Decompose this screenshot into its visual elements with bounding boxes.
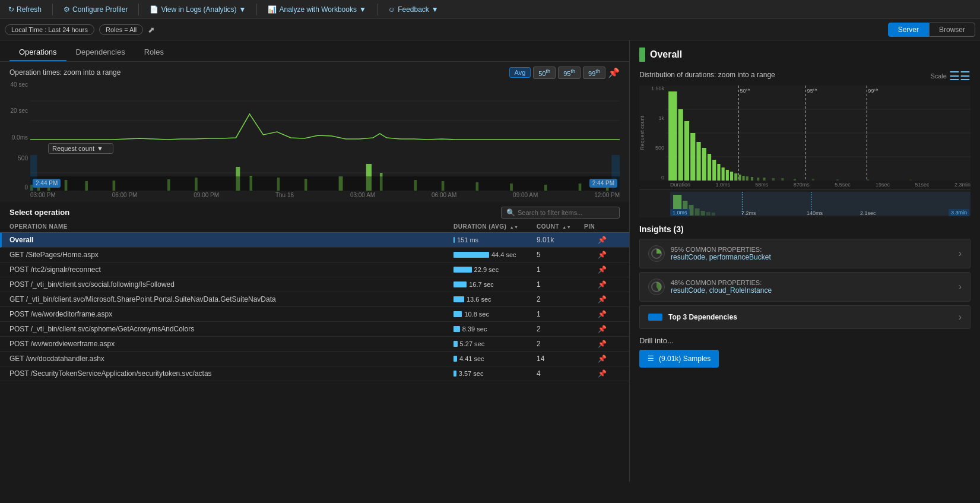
- roles-filter-pill[interactable]: Roles = All: [99, 24, 143, 35]
- row-pin[interactable]: 📌: [584, 295, 620, 303]
- duration-text: 3.57 sec: [459, 370, 484, 377]
- dist-header-row: Distribution of durations: zoom into a r…: [639, 69, 971, 83]
- y-label-40sec: 40 sec: [9, 81, 28, 88]
- brush-bar[interactable]: 2:44 PM 2:44 PM: [30, 176, 620, 191]
- row-pin[interactable]: 📌: [584, 265, 620, 274]
- duration-bar: [453, 296, 464, 302]
- duration-text: 16.7 sec: [469, 281, 494, 288]
- table-row[interactable]: POST /_vti_bin/client.svc/sphome/GetAcro…: [0, 322, 629, 337]
- row-pin[interactable]: 📌: [584, 369, 620, 378]
- table-row[interactable]: POST /we/wordeditorframe.aspx 10.8 sec 1…: [0, 307, 629, 322]
- table-row[interactable]: POST /rtc2/signalr/reconnect 22.9 sec 1 …: [0, 262, 629, 277]
- avg-btn[interactable]: Avg: [509, 67, 531, 78]
- row-operation-name: POST /_vti_bin/client.svc/social.followi…: [9, 280, 453, 289]
- svg-rect-0: [30, 81, 620, 141]
- dep-card[interactable]: Top 3 Dependencies ›: [639, 305, 971, 329]
- time-filter-pill[interactable]: Local Time : Last 24 hours: [5, 24, 94, 35]
- table-row[interactable]: GET /SitePages/Home.aspx 44.4 sec 5 📌: [0, 248, 629, 262]
- insight-pct-0: 95% COMMON PROPERTIES:: [671, 246, 953, 253]
- feedback-button[interactable]: ☺ Feedback ▼: [385, 4, 442, 15]
- table-row[interactable]: Overall 151 ms 9.01k 📌: [0, 233, 629, 248]
- row-pin[interactable]: 📌: [584, 325, 620, 333]
- dist-y-axis-wrapper: Request count 1.50k 1k 500 0: [639, 86, 665, 181]
- dist-y-500: 500: [646, 145, 664, 151]
- dist-brush[interactable]: 1.0ms 7.2ms 140ms 2.1sec 3.3min: [639, 189, 971, 217]
- tab-dependencies[interactable]: Dependencies: [66, 44, 135, 61]
- p95-btn[interactable]: 95th: [558, 67, 581, 79]
- row-pin[interactable]: 📌: [584, 251, 620, 259]
- duration-text: 5.27 sec: [460, 340, 485, 347]
- row-operation-name: POST /wv/wordviewerframe.aspx: [9, 340, 453, 348]
- row-pin[interactable]: 📌: [584, 340, 620, 348]
- svg-rect-41: [684, 121, 689, 181]
- dist-x-label-5: 19sec: [876, 182, 890, 188]
- search-box[interactable]: 🔍: [501, 207, 620, 219]
- svg-rect-45: [708, 154, 711, 181]
- configure-profiler-button[interactable]: ⚙ Configure Profiler: [60, 4, 131, 15]
- col-pin-header: PIN: [584, 223, 620, 230]
- overall-indicator: [639, 48, 645, 62]
- row-count: 1: [537, 280, 584, 289]
- tab-roles[interactable]: Roles: [135, 44, 173, 61]
- drill-btn-icon: ☰: [648, 355, 654, 363]
- insight-text-0: 95% COMMON PROPERTIES: resultCode, perfo…: [671, 246, 953, 261]
- table-row[interactable]: GET /_vti_bin/client.svc/Microsoft.Share…: [0, 292, 629, 307]
- table-row[interactable]: POST /wv/wordviewerframe.aspx 5.27 sec 2…: [0, 337, 629, 352]
- chevron-down-icon: ▼: [239, 5, 246, 14]
- row-pin[interactable]: 📌: [584, 310, 620, 318]
- main-chart-area[interactable]: [30, 81, 620, 141]
- table-body: Overall 151 ms 9.01k 📌 GET /SitePages/Ho…: [0, 233, 629, 482]
- svg-rect-64: [909, 179, 912, 181]
- search-icon: 🔍: [506, 208, 515, 217]
- tab-operations[interactable]: Operations: [9, 44, 66, 61]
- dist-x-label-1: 1.0ms: [715, 182, 730, 188]
- separator-2: [138, 4, 139, 15]
- chevron-down-icon-2: ▼: [359, 5, 366, 14]
- table-row[interactable]: POST /SecurityTokenServiceApplication/se…: [0, 366, 629, 381]
- duration-bar: [453, 371, 456, 377]
- row-pin[interactable]: 📌: [584, 236, 620, 244]
- row-pin[interactable]: 📌: [584, 355, 620, 363]
- sort-icon[interactable]: ▲▼: [510, 225, 519, 229]
- refresh-button[interactable]: ↻ Refresh: [5, 4, 45, 15]
- row-count: 2: [537, 295, 584, 303]
- row-count: 2: [537, 325, 584, 333]
- insight-card-0[interactable]: 95% COMMON PROPERTIES: resultCode, perfo…: [639, 239, 971, 268]
- pin-icon[interactable]: 📌: [608, 67, 620, 78]
- svg-rect-52: [738, 175, 741, 181]
- request-count-chart[interactable]: 2:44 PM 2:44 PM: [30, 155, 620, 191]
- svg-rect-62: [836, 179, 839, 181]
- insight-arrow-1: ›: [959, 281, 962, 292]
- table-row[interactable]: GET /wv/docdatahandler.ashx 4.41 sec 14 …: [0, 352, 629, 366]
- sort-count-icon[interactable]: ▲▼: [562, 225, 571, 229]
- request-count-dropdown[interactable]: Request count ▼: [48, 143, 113, 154]
- ops-header-row: Select operation 🔍: [0, 202, 629, 221]
- drill-samples-button[interactable]: ☰ (9.01k) Samples: [639, 350, 719, 368]
- analyze-workbooks-button[interactable]: 📊 Analyze with Workbooks ▼: [264, 4, 369, 15]
- row-duration-cell: 10.8 sec: [453, 311, 537, 318]
- col-count-header: COUNT ▲▼: [537, 223, 584, 230]
- gear-icon: ⚙: [64, 5, 70, 14]
- browser-tab[interactable]: Browser: [929, 23, 975, 37]
- filter-icon[interactable]: ⬈: [148, 25, 155, 34]
- duration-text: 4.41 sec: [459, 355, 484, 362]
- scale-toggle[interactable]: Scale ☰☰: [930, 69, 971, 83]
- drill-btn-label: (9.01k) Samples: [659, 355, 711, 363]
- dist-x-label-0: Duration: [670, 182, 690, 188]
- row-pin[interactable]: 📌: [584, 280, 620, 289]
- dep-icon: [648, 314, 662, 321]
- p50-btn[interactable]: 50th: [533, 67, 556, 79]
- svg-rect-43: [696, 142, 700, 181]
- time-filter-label: Local Time : Last 24 hours: [11, 26, 88, 33]
- svg-rect-55: [751, 177, 753, 181]
- insight-card-1[interactable]: 48% COMMON PROPERTIES: resultCode, cloud…: [639, 272, 971, 302]
- search-input[interactable]: [518, 209, 613, 216]
- view-logs-button[interactable]: 📄 View in Logs (Analytics) ▼: [146, 4, 249, 15]
- duration-bar: [453, 356, 457, 362]
- roles-filter-label: Roles = All: [106, 26, 137, 33]
- dist-chart-inner[interactable]: 50ᵗʰ 95ᵗʰ 99ᵗʰ: [665, 86, 971, 181]
- server-tab[interactable]: Server: [888, 23, 929, 37]
- p99-btn[interactable]: 99th: [583, 67, 605, 79]
- table-row[interactable]: POST /_vti_bin/client.svc/social.followi…: [0, 277, 629, 292]
- feedback-label: Feedback: [398, 5, 429, 14]
